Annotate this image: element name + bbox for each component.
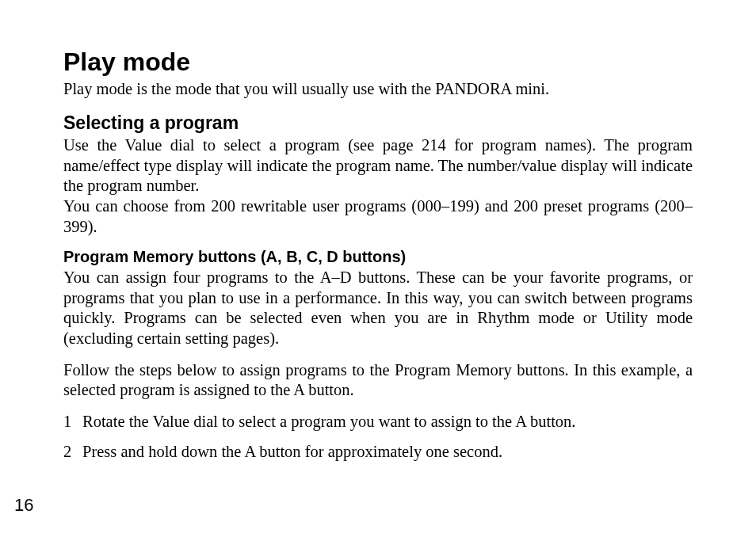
- step-number: 1: [63, 412, 82, 432]
- step-text: Press and hold down the A button for app…: [82, 442, 693, 463]
- step-2: 2 Press and hold down the A button for a…: [63, 442, 693, 463]
- intro-paragraph: Play mode is the mode that you will usua…: [63, 80, 693, 98]
- selecting-paragraph-2: You can choose from 200 rewritable user …: [63, 196, 693, 237]
- heading-selecting-program: Selecting a program: [63, 112, 693, 134]
- step-1: 1 Rotate the Value dial to select a prog…: [63, 412, 693, 432]
- heading-play-mode: Play mode: [63, 48, 693, 77]
- heading-program-memory-buttons: Program Memory buttons (A, B, C, D butto…: [63, 248, 693, 266]
- step-text: Rotate the Value dial to select a progra…: [82, 412, 693, 432]
- program-memory-paragraph-2: Follow the steps below to assign program…: [63, 360, 693, 401]
- page-number: 16: [14, 495, 33, 516]
- manual-page: Play mode Play mode is the mode that you…: [0, 0, 756, 533]
- step-number: 2: [63, 442, 82, 463]
- selecting-paragraph-1: Use the Value dial to select a program (…: [63, 135, 693, 196]
- program-memory-paragraph-1: You can assign four programs to the A–D …: [63, 268, 693, 349]
